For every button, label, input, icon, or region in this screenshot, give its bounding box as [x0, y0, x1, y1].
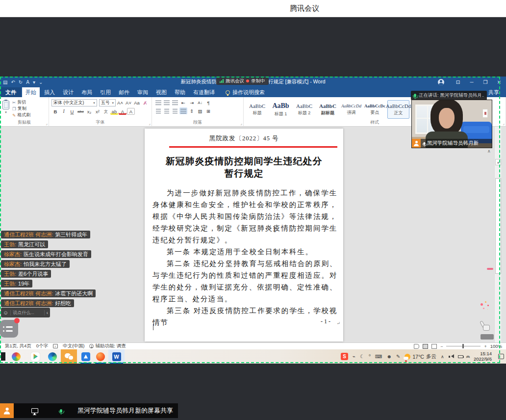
underline-button[interactable]: U: [68, 108, 76, 115]
tab-layout[interactable]: 布局: [78, 87, 96, 97]
phonetic-guide-button[interactable]: 文: [102, 108, 110, 115]
taskbar-colorwheel-app[interactable]: [9, 349, 23, 364]
style-heading2[interactable]: AaBbC标题 2: [293, 100, 315, 119]
speaker-icon[interactable]: [449, 354, 454, 359]
superscript-button[interactable]: x²: [94, 108, 101, 115]
font-name-select[interactable]: 宋体 (中文正文)▾: [51, 99, 97, 106]
tray-icon[interactable]: ⁰: [369, 354, 371, 359]
align-right-button[interactable]: [171, 107, 179, 114]
paragraph-launcher-icon[interactable]: ⌟: [240, 121, 242, 126]
tray-icon[interactable]: ⌁: [353, 354, 355, 359]
tab-view[interactable]: 视图: [152, 87, 170, 97]
scrollbar-thumb[interactable]: [495, 178, 501, 274]
scroll-up-icon[interactable]: ▴: [495, 159, 501, 165]
style-emphasis[interactable]: AaBbCcDd强调: [340, 100, 362, 119]
tab-design[interactable]: 设计: [59, 87, 77, 97]
tray-icon[interactable]: ☻: [387, 354, 392, 359]
borders-button[interactable]: ⊞: [204, 107, 212, 114]
style-title[interactable]: AaBbC标题: [246, 100, 268, 119]
align-center-button[interactable]: [163, 107, 171, 114]
action-center-icon[interactable]: [498, 354, 504, 359]
highlight-color-button[interactable]: ab: [110, 108, 118, 115]
shrink-font-button[interactable]: A˅: [125, 100, 132, 106]
styles-launcher-icon[interactable]: ⌟: [503, 121, 505, 126]
clear-format-button[interactable]: Ⱥ: [141, 100, 149, 106]
tab-references[interactable]: 引用: [97, 87, 114, 97]
word-count[interactable]: 0个字: [36, 343, 48, 349]
taskbar-clock[interactable]: 15:14 2022/9/6: [474, 351, 492, 362]
language-indicator[interactable]: 中文(中国): [63, 343, 84, 349]
print-layout-button[interactable]: [423, 344, 428, 349]
web-layout-button[interactable]: [431, 344, 437, 349]
zoom-in-button[interactable]: +: [484, 344, 486, 349]
tab-help[interactable]: 帮助: [171, 87, 189, 97]
collapse-ribbon-icon[interactable]: ∧: [487, 149, 491, 154]
minimize-icon[interactable]: ─: [465, 77, 479, 87]
account-avatar[interactable]: [438, 79, 444, 85]
tab-insert[interactable]: 插入: [41, 87, 58, 97]
proofing-icon[interactable]: ✓: [53, 344, 58, 348]
font-launcher-icon[interactable]: ⌟: [149, 121, 151, 126]
increase-indent-button[interactable]: ⇥: [188, 99, 196, 106]
show-marks-button[interactable]: ¶: [204, 99, 212, 106]
document-page[interactable]: 黑院政发〔2022〕45 号 新冠肺炎疫情防控期间学生违纪处分 暂行规定 为进一…: [145, 129, 343, 341]
taskbar-tencent-video[interactable]: [28, 349, 42, 364]
format-painter-button[interactable]: ✎格式刷: [12, 112, 30, 118]
change-case-button[interactable]: Aa: [133, 100, 141, 106]
taskbar-edge[interactable]: [46, 349, 59, 364]
subscript-button[interactable]: x₂: [85, 108, 93, 115]
italic-button[interactable]: I: [60, 108, 68, 115]
tray-expand-icon[interactable]: ∧: [441, 354, 444, 359]
share-button[interactable]: 共享: [488, 89, 499, 96]
clipboard-launcher-icon[interactable]: ⌟: [46, 121, 48, 126]
taskbar-orange-app[interactable]: [94, 349, 107, 364]
start-button[interactable]: [1, 352, 5, 361]
collapse-chat-icon[interactable]: ‹: [47, 310, 48, 315]
vertical-scrollbar[interactable]: ▴: [494, 127, 501, 342]
accessibility-status[interactable]: 辅助功能: 调查: [89, 343, 126, 349]
sogou-input-icon[interactable]: S: [341, 353, 348, 360]
tray-icon[interactable]: ⌨: [375, 354, 382, 359]
tab-file[interactable]: 文件: [0, 87, 21, 97]
weather-widget[interactable]: 17°C 多云: [405, 353, 436, 360]
multilevel-list-button[interactable]: [171, 99, 179, 106]
restore-icon[interactable]: ❐: [479, 77, 492, 87]
font-size-select[interactable]: 五号▾: [99, 99, 116, 106]
tab-youdao[interactable]: 有道翻译: [190, 87, 218, 97]
tell-me-search[interactable]: 操作说明搜索: [226, 89, 265, 96]
taskbar-blue-app[interactable]: [79, 349, 93, 364]
zoom-out-button[interactable]: −: [440, 344, 443, 349]
shading-button[interactable]: ▨: [196, 107, 204, 114]
emoji-icon[interactable]: ☺: [3, 310, 8, 315]
page-indicator[interactable]: 第1页, 共4页: [5, 343, 31, 349]
chat-input[interactable]: [13, 310, 42, 315]
zoom-level[interactable]: 100%: [490, 343, 502, 349]
tab-mailings[interactable]: 邮件: [115, 87, 133, 97]
tray-icon[interactable]: ☾: [360, 354, 364, 359]
style-heading1[interactable]: AaBb标题 1: [270, 100, 292, 119]
paste-button[interactable]: ▾: [2, 99, 9, 120]
bullets-button[interactable]: [154, 99, 162, 106]
zoom-slider[interactable]: [446, 346, 481, 346]
close-icon[interactable]: ✕: [492, 77, 506, 87]
network-icon[interactable]: (((: [466, 356, 471, 358]
battery-icon[interactable]: [458, 355, 463, 358]
style-subtitle[interactable]: AaBbC副标题: [317, 100, 339, 119]
style-keypoint[interactable]: AaBbCcDc要点: [364, 100, 386, 119]
style-normal[interactable]: AaBbCcDd正文: [387, 100, 409, 119]
grow-font-button[interactable]: A˄: [116, 100, 124, 106]
taskbar-wechat[interactable]: [61, 349, 77, 364]
meeting-recording-pill[interactable]: 腾讯会议 录制中: [216, 77, 269, 85]
align-left-button[interactable]: [154, 107, 162, 114]
taskbar-word[interactable]: W: [108, 349, 125, 364]
tray-icon[interactable]: ✎: [396, 354, 400, 359]
cut-button[interactable]: ✂剪切: [12, 99, 30, 105]
sort-button[interactable]: A↓: [196, 99, 204, 106]
tab-review[interactable]: 审阅: [134, 87, 152, 97]
justify-button[interactable]: [179, 107, 187, 114]
bold-button[interactable]: B: [51, 108, 59, 115]
ribbon-display-options-icon[interactable]: ⊡: [451, 77, 465, 87]
font-color-button[interactable]: A: [119, 108, 126, 115]
read-mode-button[interactable]: [414, 344, 419, 349]
strikethrough-button[interactable]: abc: [76, 108, 85, 115]
